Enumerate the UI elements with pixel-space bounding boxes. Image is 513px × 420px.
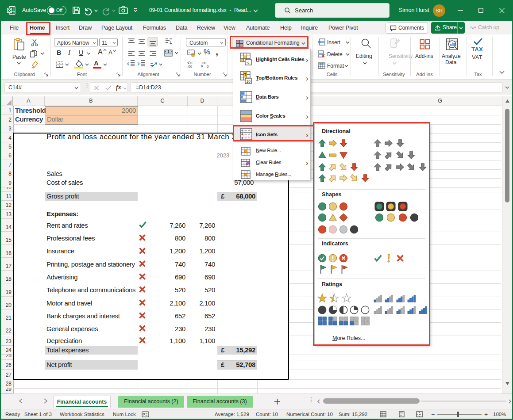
svg-text:≤: ≤ xyxy=(247,61,249,65)
svg-text:10: 10 xyxy=(247,79,251,84)
